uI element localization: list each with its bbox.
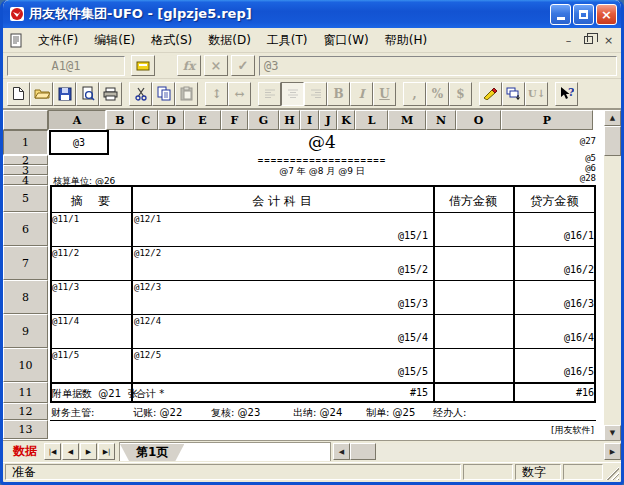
entry-subject[interactable]: @12/5 <box>134 350 161 360</box>
entry-subject[interactable]: @12/3 <box>134 282 161 292</box>
resize-grip[interactable] <box>605 464 619 480</box>
voucher-title[interactable]: @4 <box>48 132 596 152</box>
row-header-11[interactable]: 11 <box>3 382 48 403</box>
entry-subject[interactable]: @12/1 <box>134 214 161 224</box>
close-button[interactable]: × <box>596 4 617 25</box>
entry-credit[interactable]: @16/4 <box>524 332 594 343</box>
col-header-O[interactable]: O <box>456 110 501 130</box>
column-width-button[interactable]: ↔ <box>228 82 251 106</box>
last-page-button[interactable]: ▶| <box>98 443 115 460</box>
header-subject[interactable]: 会 计 科 目 <box>131 193 433 210</box>
italic-button[interactable]: I <box>350 82 373 106</box>
first-page-button[interactable]: |◀ <box>44 443 61 460</box>
new-button[interactable] <box>7 82 30 106</box>
sign-preparer[interactable]: 制单: @25 <box>366 406 415 420</box>
row-header-12[interactable]: 12 <box>3 403 48 420</box>
entry-credit[interactable]: @16/1 <box>524 230 594 241</box>
col-header-B[interactable]: B <box>106 110 134 130</box>
attach-count-label[interactable]: 附单据数 @21 张 <box>52 387 137 401</box>
title-bar[interactable]: 用友软件集团-UFO - [glpzje5.rep] × <box>3 0 621 28</box>
col-header-G[interactable]: G <box>248 110 279 130</box>
appoint-cell-button[interactable] <box>131 55 155 76</box>
entry-debit[interactable]: @15/2 <box>358 264 428 275</box>
mdi-close-button[interactable]: × <box>599 32 618 49</box>
bold-button[interactable]: B <box>327 82 350 106</box>
menu-file[interactable]: 文件(F) <box>30 29 86 52</box>
row-header-10[interactable]: 10 <box>3 348 48 382</box>
row-header-6[interactable]: 6 <box>3 212 48 246</box>
col-header-N[interactable]: N <box>426 110 456 130</box>
align-center-button[interactable] <box>281 82 304 106</box>
entry-summary[interactable]: @11/4 <box>52 316 79 326</box>
col-header-D[interactable]: D <box>158 110 184 130</box>
cancel-formula-button[interactable]: × <box>204 55 228 76</box>
date-line[interactable]: @7 年 @8 月 @9 日 <box>48 165 596 178</box>
scroll-up-button[interactable]: ▲ <box>604 110 621 126</box>
row-header-1[interactable]: 1 <box>3 130 48 155</box>
select-all-corner[interactable] <box>3 110 48 130</box>
mdi-restore-button[interactable] <box>579 32 598 49</box>
print-preview-button[interactable] <box>76 82 99 106</box>
horizontal-scrollbar[interactable]: ◀ ▶ <box>333 443 621 460</box>
currency-style-button[interactable]: $ <box>449 82 472 106</box>
menu-data[interactable]: 数据(D) <box>200 29 259 52</box>
total-debit[interactable]: #15 <box>358 387 428 398</box>
entry-debit[interactable]: @15/4 <box>358 332 428 343</box>
sheet-canvas[interactable]: @3 @4 @27 ==================== @5 @7 年 @… <box>48 130 598 441</box>
cut-button[interactable] <box>129 82 152 106</box>
vertical-scroll-thumb[interactable] <box>604 126 621 156</box>
sign-cashier[interactable]: 出纳: @24 <box>293 406 342 420</box>
entry-summary[interactable]: @11/5 <box>52 350 79 360</box>
cell-name-box[interactable]: A1@1 <box>7 56 125 76</box>
row-header-2[interactable]: 2 <box>3 155 48 165</box>
style-tool-button[interactable] <box>479 82 502 106</box>
col-header-I[interactable]: I <box>300 110 319 130</box>
mdi-minimize-button[interactable]: – <box>559 32 578 49</box>
menu-help[interactable]: 帮助(H) <box>377 29 435 52</box>
mode-indicator[interactable]: 数据 <box>7 443 43 460</box>
menu-edit[interactable]: 编辑(E) <box>86 29 143 52</box>
next-page-button[interactable]: ▶ <box>80 443 97 460</box>
save-button[interactable] <box>53 82 76 106</box>
col-header-P[interactable]: P <box>501 110 593 130</box>
maximize-button[interactable] <box>573 4 594 25</box>
print-button[interactable] <box>99 82 122 106</box>
total-label[interactable]: 合计 * <box>136 387 164 401</box>
menu-window[interactable]: 窗口(W) <box>316 29 377 52</box>
document-icon[interactable] <box>8 33 24 48</box>
col-header-K[interactable]: K <box>337 110 355 130</box>
r3-right-value[interactable]: @6 <box>536 163 596 173</box>
unit-style-button[interactable]: U↓ <box>525 82 548 106</box>
row-height-button[interactable]: ↕ <box>205 82 228 106</box>
combine-unit-button[interactable] <box>502 82 525 106</box>
entry-subject[interactable]: @12/4 <box>134 316 161 326</box>
header-credit[interactable]: 贷方金额 <box>513 193 596 210</box>
tab-page-1[interactable]: 第1页 <box>120 444 184 461</box>
entry-credit[interactable]: @16/2 <box>524 264 594 275</box>
formula-input[interactable]: @3 <box>259 56 617 76</box>
row-header-8[interactable]: 8 <box>3 280 48 314</box>
total-credit[interactable]: #16 <box>524 387 594 398</box>
entry-summary[interactable]: @11/1 <box>52 214 79 224</box>
separator-line[interactable]: ==================== <box>48 155 596 165</box>
confirm-formula-button[interactable]: ✓ <box>231 55 255 76</box>
entry-debit[interactable]: @15/5 <box>358 366 428 377</box>
percent-style-button[interactable]: % <box>426 82 449 106</box>
sign-bookkeeper[interactable]: 记账: @22 <box>133 406 182 420</box>
help-button[interactable]: ? <box>555 82 578 106</box>
copy-button[interactable] <box>152 82 175 106</box>
entry-subject[interactable]: @12/2 <box>134 248 161 258</box>
row-header-4[interactable]: 4 <box>3 175 48 185</box>
horizontal-scroll-thumb[interactable] <box>350 443 376 460</box>
scroll-down-button[interactable]: ▼ <box>604 425 621 441</box>
row-header-9[interactable]: 9 <box>3 314 48 348</box>
row-header-13[interactable]: 13 <box>3 420 48 439</box>
col-header-E[interactable]: E <box>184 110 221 130</box>
scroll-left-button[interactable]: ◀ <box>333 443 350 460</box>
row-header-3[interactable]: 3 <box>3 165 48 175</box>
align-right-button[interactable] <box>304 82 327 106</box>
header-summary[interactable]: 摘 要 <box>50 193 131 210</box>
fx-button[interactable]: fx <box>177 55 201 76</box>
col-header-F[interactable]: F <box>221 110 248 130</box>
menu-format[interactable]: 格式(S) <box>143 29 200 52</box>
